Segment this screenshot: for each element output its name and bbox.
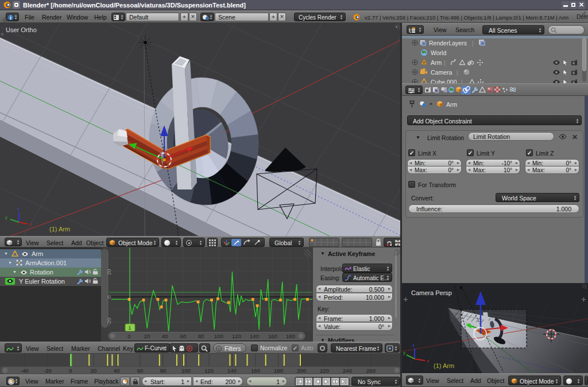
svg-text:260: 260 bbox=[366, 367, 376, 374]
svg-text:120: 120 bbox=[204, 367, 214, 374]
svg-text:x: x bbox=[29, 222, 32, 227]
svg-text:80: 80 bbox=[160, 367, 167, 374]
svg-text:240: 240 bbox=[343, 367, 352, 374]
svg-text:(1) Arm: (1) Arm bbox=[49, 226, 70, 233]
svg-text:60: 60 bbox=[180, 333, 187, 339]
svg-text:(1) Arm: (1) Arm bbox=[434, 362, 454, 369]
svg-text:+: + bbox=[1, 32, 3, 37]
svg-text:0: 0 bbox=[106, 296, 112, 299]
svg-text:80: 80 bbox=[198, 333, 204, 339]
svg-text:160: 160 bbox=[251, 367, 260, 374]
svg-text:100: 100 bbox=[181, 367, 191, 374]
svg-text:140: 140 bbox=[250, 333, 259, 339]
svg-text:100: 100 bbox=[214, 333, 223, 339]
svg-text:200: 200 bbox=[297, 367, 306, 374]
svg-text:220: 220 bbox=[320, 367, 329, 374]
svg-text:20: 20 bbox=[106, 269, 112, 275]
svg-text:Camera Persp: Camera Persp bbox=[411, 289, 452, 296]
svg-text:✛: ✛ bbox=[581, 296, 586, 303]
svg-text:z: z bbox=[412, 343, 415, 348]
svg-text:y: y bbox=[5, 215, 7, 220]
svg-text:120: 120 bbox=[232, 333, 241, 339]
svg-text:180: 180 bbox=[274, 367, 283, 374]
svg-text:40: 40 bbox=[114, 367, 120, 374]
svg-text:-20: -20 bbox=[44, 367, 52, 374]
svg-text:z: z bbox=[17, 206, 20, 211]
svg-text:0: 0 bbox=[127, 333, 130, 339]
svg-text:y: y bbox=[403, 350, 405, 355]
svg-text:User Ortho: User Ortho bbox=[6, 26, 37, 33]
svg-text:0: 0 bbox=[69, 367, 72, 374]
svg-text:160: 160 bbox=[268, 333, 277, 339]
svg-text:180: 180 bbox=[286, 333, 295, 339]
svg-text:40: 40 bbox=[162, 333, 168, 339]
svg-text:20: 20 bbox=[91, 367, 97, 374]
svg-text:20: 20 bbox=[144, 333, 150, 339]
svg-text:✛: ✛ bbox=[403, 296, 408, 303]
svg-text:140: 140 bbox=[227, 367, 237, 374]
svg-text:1: 1 bbox=[128, 324, 131, 331]
svg-text:-20: -20 bbox=[106, 318, 112, 326]
svg-text:60: 60 bbox=[137, 367, 144, 374]
svg-text:x: x bbox=[427, 358, 429, 363]
svg-text:-40: -40 bbox=[21, 367, 29, 374]
